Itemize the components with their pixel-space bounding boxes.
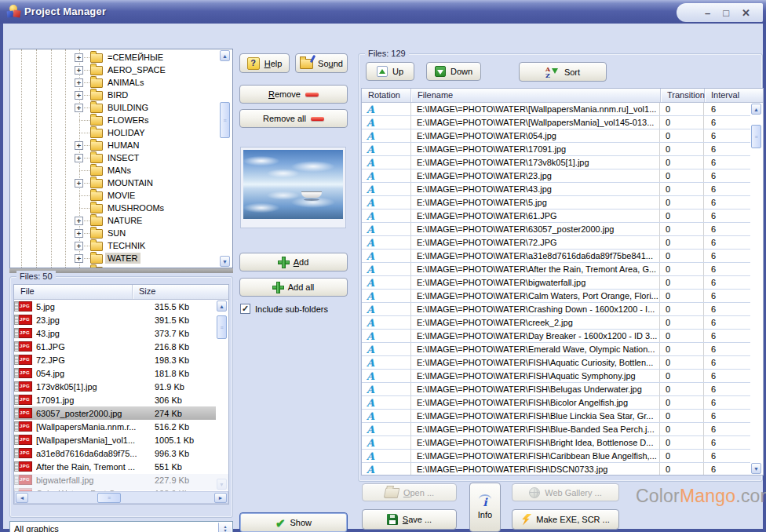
tree-item[interactable]: +WATER <box>10 252 218 264</box>
web-gallery-button[interactable]: Web Gallery ... <box>512 483 619 501</box>
expand-icon[interactable]: + <box>75 91 83 100</box>
tree-item[interactable]: +HUMAN <box>10 139 218 151</box>
playlist-row[interactable]: AE:\IMAGE\=PHOTO\WATER\FISH\Bicolor Ange… <box>362 396 750 410</box>
scroll-down-icon[interactable]: ▼ <box>220 256 230 267</box>
sort-button[interactable]: A Z Sort <box>519 62 607 82</box>
file-list-hscrollbar[interactable]: ◄ ≡ ► <box>14 491 228 504</box>
column-header-rotation[interactable]: Rotation <box>362 89 411 102</box>
playlist-row[interactable]: AE:\IMAGE\=PHOTO\WATER\FISH\Aquatic Curi… <box>362 356 750 370</box>
tree-item[interactable]: +BIRD <box>10 89 218 101</box>
playlist-row[interactable]: AE:\IMAGE\=PHOTO\WATER\FISH\Bright Idea,… <box>362 436 750 450</box>
tree-item[interactable]: MANs <box>10 164 218 177</box>
playlist-row[interactable]: AE:\IMAGE\=PHOTO\WATER\72.JPG06 <box>362 236 750 250</box>
expand-icon[interactable]: + <box>75 254 83 263</box>
playlist-row[interactable]: AE:\IMAGE\=PHOTO\WATER\17091.jpg06 <box>362 143 750 156</box>
combo-spinner[interactable]: ▴ ▾ <box>218 523 232 532</box>
playlist-row[interactable]: AE:\IMAGE\=PHOTO\WATER\FISH\Blue Linckia… <box>362 410 750 423</box>
scroll-up-icon[interactable]: ▲ <box>220 50 230 61</box>
playlist-row[interactable]: AE:\IMAGE\=PHOTO\WATER\a31e8d7616da6da89… <box>362 250 750 263</box>
tree-scrollbar[interactable]: ▲ ≡ ▼ <box>219 50 232 267</box>
move-up-button[interactable]: Up <box>366 62 414 81</box>
column-header-transition[interactable]: Transition <box>661 89 705 102</box>
tree-item[interactable]: +AERO_SPACE <box>10 64 218 76</box>
move-down-button[interactable]: Down <box>426 62 481 81</box>
close-button[interactable]: ✕ <box>742 8 750 18</box>
expand-icon[interactable]: + <box>75 78 83 87</box>
sound-button[interactable]: Sound <box>295 53 348 73</box>
file-row[interactable]: JPG61.JPG216.8 Kb <box>14 340 216 353</box>
file-row[interactable]: JPG23.jpg391.5 Kb <box>14 313 216 326</box>
scroll-thumb[interactable]: ≡ <box>751 125 761 148</box>
file-row[interactable]: JPG63057_poster2000.jpg274 Kb <box>14 406 216 420</box>
playlist-row[interactable]: AE:\IMAGE\=PHOTO\WATER\Emerald Wave, Oly… <box>362 343 750 356</box>
scroll-thumb[interactable]: ≡ <box>220 102 230 138</box>
expand-icon[interactable]: + <box>75 217 83 225</box>
expand-icon[interactable]: + <box>75 229 83 238</box>
info-button[interactable]: i Info <box>469 483 501 532</box>
column-header-interval[interactable]: Interval <box>705 89 763 102</box>
show-button[interactable]: ✔ Show <box>239 512 348 532</box>
help-button[interactable]: ? Help <box>239 53 290 73</box>
column-header-size[interactable]: Size <box>133 285 228 299</box>
file-row[interactable]: JPG17091.jpg306 Kb <box>14 393 216 406</box>
expand-icon[interactable]: + <box>75 242 83 250</box>
file-row[interactable]: JPG173v8k05[1].jpg91.9 Kb <box>14 380 216 393</box>
expand-icon[interactable]: + <box>75 179 83 188</box>
playlist-row[interactable]: AE:\IMAGE\=PHOTO\WATER\43.jpg06 <box>362 183 750 196</box>
column-header-filename[interactable]: Filename <box>411 89 661 102</box>
playlist-row[interactable]: AE:\IMAGE\=PHOTO\WATER\FISH\Caribbean Bl… <box>362 450 750 463</box>
playlist-row[interactable]: AE:\IMAGE\=PHOTO\WATER\63057_poster2000.… <box>362 223 750 236</box>
tree-item[interactable]: HOLIDAY <box>10 126 218 139</box>
file-row[interactable]: JPGa31e8d7616da6da89f75...996.3 Kb <box>14 446 216 460</box>
playlist-row[interactable]: AE:\IMAGE\=PHOTO\WATER\FISH\DSCN0733.jpg… <box>362 463 750 476</box>
playlist-row[interactable]: AE:\IMAGE\=PHOTO\WATER\173v8k05[1].jpg06 <box>362 156 750 169</box>
expand-icon[interactable]: + <box>75 141 83 150</box>
open-button[interactable]: Open ... <box>362 483 457 501</box>
tree-item[interactable]: +ANIMALs <box>10 76 218 89</box>
playlist-row[interactable]: AE:\IMAGE\=PHOTO\WATER\Day Breaker - 160… <box>362 330 750 343</box>
scroll-down-icon[interactable]: ▼ <box>217 479 227 490</box>
playlist-row[interactable]: AE:\IMAGE\=PHOTO\WATER\[WallpapersMania]… <box>362 116 750 129</box>
remove-button[interactable]: Remove <box>239 85 348 104</box>
file-row[interactable]: JPG43.jpg373.7 Kb <box>14 326 216 340</box>
playlist-row[interactable]: AE:\IMAGE\=PHOTO\WATER\bigwaterfall.jpg0… <box>362 276 750 290</box>
file-row[interactable]: JPG5.jpg315.5 Kb <box>14 300 216 313</box>
file-row[interactable]: JPG72.JPG198.3 Kb <box>14 353 216 366</box>
playlist-scrollbar[interactable]: ▲ ≡ ▼ <box>750 103 763 475</box>
file-list-scrollbar[interactable]: ▲ ≡ ▼ <box>216 300 228 490</box>
remove-all-button[interactable]: Remove all <box>239 109 348 128</box>
playlist-row[interactable]: AE:\IMAGE\=PHOTO\WATER\5.jpg06 <box>362 196 750 210</box>
column-header-file[interactable]: File <box>14 285 133 299</box>
playlist-row[interactable]: AE:\IMAGE\=PHOTO\WATER\054.jpg06 <box>362 129 750 143</box>
scroll-thumb[interactable]: ≡ <box>97 493 121 503</box>
tree-item[interactable]: +INSECT <box>10 151 218 164</box>
playlist-row[interactable]: AE:\IMAGE\=PHOTO\WATER\[WallpapersMania.… <box>362 103 750 116</box>
tree-item[interactable]: +=СЕМЕЙНЫЕ <box>10 51 218 64</box>
maximize-button[interactable]: □ <box>723 8 729 18</box>
file-row[interactable]: JPGbigwaterfall.jpg227.9 Kb <box>14 473 216 486</box>
tree-item[interactable]: MUSHROOMs <box>10 202 218 214</box>
playlist-row[interactable]: AE:\IMAGE\=PHOTO\WATER\FISH\Belugas Unde… <box>362 383 750 396</box>
scroll-thumb[interactable]: ≡ <box>217 315 227 339</box>
add-all-button[interactable]: Add all <box>239 278 348 297</box>
playlist-row[interactable]: AE:\IMAGE\=PHOTO\WATER\After the Rain, T… <box>362 263 750 276</box>
playlist-row[interactable]: AE:\IMAGE\=PHOTO\WATER\FISH\Blue-Banded … <box>362 423 750 436</box>
expand-icon[interactable]: + <box>75 154 83 162</box>
graphics-filter-combo[interactable]: All graphics ▴ ▾ <box>9 521 233 532</box>
playlist-row[interactable]: AE:\IMAGE\=PHOTO\WATER\FISH\Aquatic Symp… <box>362 370 750 383</box>
file-row[interactable]: JPG[WallpapersMania.nnm.r...516.2 Kb <box>14 420 216 433</box>
tree-item[interactable]: +MOUNTAIN <box>10 177 218 189</box>
make-exe-button[interactable]: Make EXE, SCR ... <box>512 509 619 530</box>
tree-item[interactable]: +TECHNIK <box>10 239 218 252</box>
file-row[interactable]: JPG[WallpapersMania]_vol1...1005.1 Kb <box>14 433 216 446</box>
expand-icon[interactable]: + <box>75 104 83 112</box>
save-button[interactable]: Save ... <box>362 509 457 530</box>
file-row[interactable]: JPG054.jpg181.8 Kb <box>14 366 216 380</box>
file-row[interactable]: JPGAfter the Rain, Tremont ...551 Kb <box>14 460 216 473</box>
title-bar[interactable]: Project Manager – □ ✕ <box>0 0 766 24</box>
tree-item[interactable]: MOVIE <box>10 189 218 202</box>
scroll-up-icon[interactable]: ▲ <box>217 301 227 312</box>
tree-item[interactable]: +NATURE <box>10 214 218 227</box>
include-subfolders-checkbox[interactable]: ✓ <box>240 304 250 314</box>
expand-icon[interactable]: + <box>75 66 83 75</box>
